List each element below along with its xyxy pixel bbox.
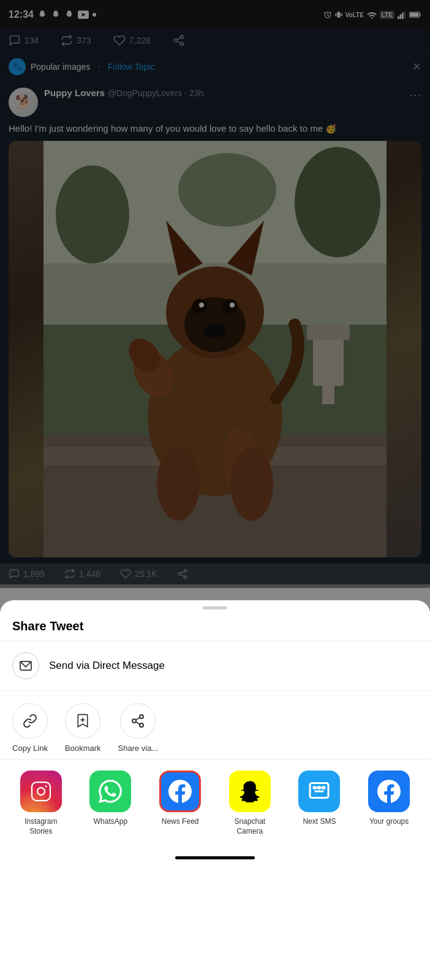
snapchat-camera-icon	[229, 771, 271, 812]
copy-link-label: Copy Link	[12, 744, 48, 753]
envelope-icon	[19, 660, 32, 671]
share-via-circle	[120, 703, 156, 739]
copy-link-circle	[12, 703, 48, 739]
svg-point-60	[314, 787, 315, 789]
dm-icon	[12, 652, 39, 679]
svg-line-53	[136, 718, 140, 720]
svg-line-52	[136, 722, 140, 725]
home-indicator	[175, 856, 255, 859]
whatsapp-label: WhatsApp	[94, 817, 127, 827]
svg-point-56	[45, 785, 47, 787]
bookmark-label: Bookmark	[65, 744, 101, 753]
share-via-icon	[130, 714, 145, 728]
dim-overlay	[0, 0, 430, 588]
link-icon	[23, 714, 37, 728]
your-groups-label: Your groups	[369, 817, 409, 827]
share-sheet: Share Tweet Send via Direct Message Copy…	[0, 600, 430, 980]
next-sms-label: Next SMS	[303, 817, 336, 827]
share-via-label: Share via...	[118, 744, 159, 753]
instagram-label: InstagramStories	[25, 817, 57, 836]
svg-point-55	[37, 788, 45, 795]
nav-bar	[0, 842, 430, 873]
svg-point-61	[319, 787, 320, 789]
app-whatsapp[interactable]: WhatsApp	[80, 771, 141, 836]
app-next-sms[interactable]: Next SMS	[289, 771, 350, 836]
your-groups-icon	[368, 771, 410, 812]
whatsapp-icon	[89, 771, 131, 812]
quick-actions: Copy Link Bookmark Share via...	[0, 691, 430, 759]
news-feed-label: News Feed	[162, 817, 199, 827]
apps-row: InstagramStories WhatsApp News Fee	[6, 771, 424, 836]
news-feed-icon	[159, 771, 201, 812]
apps-section: InstagramStories WhatsApp News Fee	[0, 759, 430, 842]
sms-logo-icon	[308, 780, 330, 802]
dm-row[interactable]: Send via Direct Message	[0, 641, 430, 691]
share-via-item[interactable]: Share via...	[118, 703, 159, 753]
svg-rect-54	[32, 782, 50, 801]
bookmark-circle	[65, 703, 100, 739]
app-news-feed[interactable]: News Feed	[149, 771, 211, 836]
snapchat-camera-label: SnapchatCamera	[234, 817, 265, 836]
facebook-logo-icon	[168, 780, 192, 803]
bookmark-icon	[76, 714, 89, 728]
snapchat-logo-icon	[239, 780, 261, 802]
svg-point-51	[140, 723, 143, 727]
svg-point-49	[140, 715, 143, 718]
sheet-title: Share Tweet	[0, 609, 430, 641]
app-snapchat-camera[interactable]: SnapchatCamera	[219, 771, 281, 836]
app-your-groups[interactable]: Your groups	[358, 771, 420, 836]
app-instagram-stories[interactable]: InstagramStories	[10, 771, 72, 836]
next-sms-icon	[298, 771, 340, 812]
copy-link-item[interactable]: Copy Link	[12, 703, 48, 753]
dm-label: Send via Direct Message	[49, 660, 165, 672]
instagram-icon	[20, 771, 62, 812]
instagram-logo-icon	[30, 780, 52, 802]
facebook-groups-logo-icon	[377, 780, 401, 803]
svg-point-50	[132, 719, 136, 723]
svg-point-62	[323, 787, 325, 789]
whatsapp-logo-icon	[99, 780, 122, 803]
bookmark-item[interactable]: Bookmark	[65, 703, 101, 753]
